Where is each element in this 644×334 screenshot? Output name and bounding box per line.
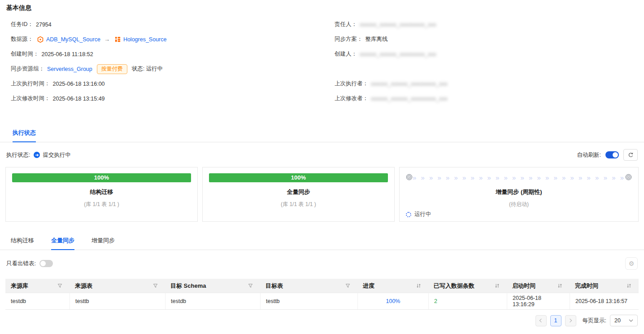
resource-group-row: 同步资源组： Serverless_Group 按量付费 状态: 运行中 — [6, 62, 330, 76]
structure-progress-bar: 100% — [12, 173, 191, 182]
sort-icon[interactable] — [627, 283, 633, 288]
datasource-source-link[interactable]: ADB_MySQL_Source — [46, 36, 100, 43]
refresh-button[interactable] — [623, 149, 638, 161]
arrow-icon: → — [104, 36, 110, 43]
table-settings-button[interactable]: ⚙ — [625, 257, 638, 270]
tab-full-sync[interactable]: 全量同步 — [51, 237, 74, 250]
table-row: testdb testtb testdb testtb 100% 2 2025-… — [5, 293, 639, 309]
pagination: 1 每页显示: 20 — [0, 310, 644, 326]
datasource-target-link[interactable]: Hologres_Source — [123, 36, 167, 43]
refresh-icon — [628, 152, 634, 158]
full-sync-table: 来源库 来源表 目标 Schema 目标表 进度 已写入数据条数 — [5, 279, 639, 310]
last-modified-time-value: 2025-06-18 13:15:49 — [53, 96, 105, 102]
loading-spinner-icon — [406, 212, 411, 217]
execution-status-label: 执行状态: — [6, 151, 30, 159]
column-header-target-table[interactable]: 目标表 — [260, 279, 357, 293]
last-modifier-value-masked: xxxxxx_xxxxxx_xxxxxxxxx_xxx — [371, 96, 448, 102]
task-id-value: 27954 — [36, 22, 52, 28]
filter-icon[interactable] — [153, 283, 160, 288]
card-subtitle: (库 1/1 表 1/1 ) — [12, 201, 191, 208]
error-only-label: 只看出错表: — [6, 260, 36, 268]
card-title: 全量同步 — [209, 188, 388, 196]
filter-icon[interactable] — [345, 283, 352, 288]
billing-badge: 按量付费 — [97, 64, 127, 74]
last-executor-label: 上次执行者： — [335, 80, 368, 88]
last-modifier-row: 上次修改者： xxxxxx_xxxxxx_xxxxxxxxx_xxx — [330, 91, 638, 106]
prev-page-button[interactable] — [535, 315, 547, 326]
sort-icon[interactable] — [557, 283, 564, 288]
datasource-label: 数据源： — [11, 35, 33, 43]
column-header-progress[interactable]: 进度 — [357, 279, 428, 293]
full-sync-progress-bar: 100% — [209, 173, 388, 182]
resource-group-link[interactable]: Serverless_Group — [47, 66, 92, 72]
cell-finish-time: 2025-06-18 13:16:57 — [570, 293, 639, 309]
card-incremental-sync: » » » » » » » » » » » » » » » » » » » » … — [399, 167, 639, 222]
auto-refresh-label: 自动刷新: — [577, 151, 601, 159]
next-page-button[interactable] — [565, 315, 576, 326]
spacer-row — [330, 62, 638, 76]
card-subtitle: (库 1/1 表 1/1 ) — [209, 201, 388, 208]
detail-tabbar: 结构迁移 全量同步 增量同步 — [0, 237, 644, 250]
chevron-left-icon — [540, 319, 543, 322]
execution-tabbar: 执行状态 — [0, 128, 644, 142]
column-header-written-count[interactable]: 已写入数据条数 — [428, 279, 507, 293]
gear-icon: ⚙ — [629, 260, 635, 267]
creator-label: 创建人： — [335, 50, 357, 58]
sort-icon[interactable] — [416, 283, 423, 288]
resource-group-label: 同步资源组： — [11, 65, 44, 73]
chevron-right-icon — [568, 319, 572, 322]
column-header-source-db[interactable]: 来源库 — [5, 279, 70, 293]
column-header-target-schema[interactable]: 目标 Schema — [165, 279, 260, 293]
column-header-source-table[interactable]: 来源表 — [70, 279, 165, 293]
card-structure-migration: 100% 结构迁移 (库 1/1 表 1/1 ) — [5, 167, 198, 222]
tab-execution-status[interactable]: 执行状态 — [13, 129, 36, 142]
execution-status-value: 提交执行中 — [43, 151, 71, 159]
card-full-sync: 100% 全量同步 (库 1/1 表 1/1 ) — [202, 167, 395, 222]
auto-refresh-toggle[interactable] — [605, 151, 619, 158]
datasource-row: 数据源： ADB_MySQL_Source → Hologres_Source — [6, 32, 330, 47]
cell-target-schema: testdb — [165, 293, 260, 309]
card-title: 增量同步 (周期性) — [406, 188, 632, 196]
cell-start-time: 2025-06-18 13:16:29 — [507, 293, 570, 309]
filter-icon[interactable] — [57, 283, 64, 288]
last-run-time-row: 上次执行时间： 2025-06-18 13:16:00 — [6, 76, 330, 91]
tab-incremental-sync[interactable]: 增量同步 — [91, 237, 115, 250]
sync-plan-label: 同步方案： — [335, 35, 363, 43]
task-id-label: 任务ID： — [11, 21, 33, 28]
card-subtitle: (待启动) — [406, 201, 632, 208]
page-size-value: 20 — [614, 317, 621, 324]
cell-target-table: testtb — [260, 293, 357, 309]
owner-label: 责任人： — [335, 21, 357, 28]
column-header-start-time[interactable]: 启动时间 — [507, 279, 570, 293]
owner-value-masked: xxxxxx_xxxxxx_xxxxxxxxx_xxx — [360, 22, 436, 28]
create-time-label: 创建时间： — [11, 50, 39, 58]
column-header-finish-time[interactable]: 完成时间 — [570, 279, 639, 293]
target-circle-icon — [625, 174, 632, 182]
cell-progress-link[interactable]: 100% — [357, 293, 428, 309]
last-executor-value-masked: xxxxxx_xxxxxx_xxxxxxxxx_xxx — [371, 81, 448, 87]
cell-source-db: testdb — [5, 293, 70, 309]
incremental-status-text: 运行中 — [414, 211, 431, 218]
hologres-icon — [114, 36, 121, 43]
create-time-row: 创建时间： 2025-06-18 11:18:52 — [6, 47, 330, 62]
sort-icon[interactable] — [495, 283, 501, 288]
last-modifier-label: 上次修改者： — [335, 95, 368, 102]
filter-icon[interactable] — [248, 283, 255, 288]
last-modified-time-row: 上次修改时间： 2025-06-18 13:15:49 — [6, 91, 330, 106]
table-filter-row: 只看出错表: ⚙ — [0, 250, 644, 275]
sync-plan-value: 整库离线 — [366, 35, 388, 43]
task-id-row: 任务ID： 27954 — [6, 17, 330, 32]
page-number-button[interactable]: 1 — [550, 315, 561, 326]
last-modified-time-label: 上次修改时间： — [11, 95, 50, 102]
submitting-status-icon — [34, 152, 40, 158]
cell-written-count: 2 — [428, 293, 507, 309]
page-size-label: 每页显示: — [583, 317, 606, 325]
tab-structure-migration[interactable]: 结构迁移 — [11, 237, 34, 250]
creator-value-masked: xxxxxx_xxxxxx_xxxxxxxxx_xxx — [360, 51, 436, 57]
error-only-toggle[interactable] — [39, 260, 53, 267]
task-detail-page: 基本信息 任务ID： 27954 数据源： ADB_MySQL_Source → — [0, 0, 644, 334]
last-executor-row: 上次执行者： xxxxxx_xxxxxx_xxxxxxxxx_xxx — [330, 76, 638, 91]
basic-info-section: 基本信息 任务ID： 27954 数据源： ADB_MySQL_Source → — [0, 0, 644, 106]
page-size-select[interactable]: 20 — [610, 315, 638, 326]
last-run-time-label: 上次执行时间： — [11, 80, 50, 88]
